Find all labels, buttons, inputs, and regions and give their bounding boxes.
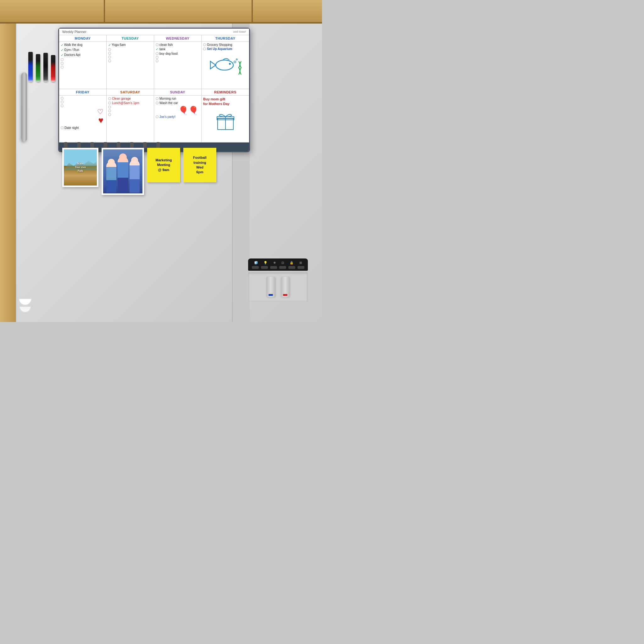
fish-drawing [203, 52, 247, 77]
task-sat-4 [108, 109, 152, 112]
circle-icon [156, 115, 158, 118]
task-label: Gym / Run [64, 48, 79, 52]
disp-icon-5: 🔒 [290, 261, 293, 264]
left-wood-panel [0, 24, 16, 322]
circle-icon [108, 109, 111, 112]
disp-icon-6: ⊞ [299, 261, 302, 264]
marker-red [51, 55, 55, 82]
markers-group [28, 52, 55, 82]
planner-brand: welt tower [233, 30, 246, 33]
day-cell-reminders: REMINDERS Buy mom giftfor Mothers Day [202, 89, 249, 142]
circle-icon [156, 59, 158, 62]
fridge-handle [21, 72, 27, 142]
disp-btn-5[interactable] [288, 266, 295, 269]
day-header-wednesday: WEDNESDAY [154, 35, 201, 42]
task-wed-1: clean fish [156, 43, 200, 47]
shelf-clip-7 [143, 142, 147, 148]
circle-icon [108, 113, 111, 116]
hanging-item-sticky-2: FootballtrainingWed6pm [183, 148, 216, 182]
circle-icon [108, 56, 111, 58]
task-sat-5 [108, 113, 152, 116]
task-label: Set Up Aquarium [207, 47, 232, 51]
disp-btn-2[interactable] [261, 266, 268, 269]
day-cell-sunday: SUNDAY Morning run Wash the car 🎈🎈 Joe's… [154, 89, 202, 142]
hearts-drawing: ♡♥ [61, 108, 105, 125]
photo-card-landscape: MakeYour ownPath [62, 148, 98, 187]
dispenser-icons-row: 🧊 💡 ❄ ⊡ 🔒 ⊞ [251, 261, 305, 264]
dispenser-buttons-row [251, 266, 305, 269]
task-fri-3 [61, 104, 105, 107]
task-monday-4 [61, 58, 105, 61]
disp-btn-6[interactable] [297, 266, 304, 269]
svg-point-0 [216, 60, 233, 70]
disp-btn-3[interactable] [270, 266, 277, 269]
task-thu-1: Grocery Shopping [203, 43, 247, 47]
disp-btn-1[interactable] [252, 266, 259, 269]
svg-point-3 [236, 59, 237, 60]
shelf-clip-5 [117, 142, 120, 148]
marker-green [36, 54, 40, 82]
circle-icon [61, 101, 64, 103]
circle-icon [156, 97, 158, 100]
photo-card-people [102, 148, 144, 195]
marker-blue [28, 52, 33, 82]
task-tuesday-3 [108, 52, 152, 55]
bowls-shelf [17, 298, 33, 313]
task-wed-4 [156, 56, 200, 59]
day-cell-tuesday: TUESDAY ✓ Yoga 6am [107, 35, 154, 89]
hanging-item-people [102, 148, 144, 195]
task-wed-2: ✓ tank [156, 47, 200, 51]
cabinet-top-right [253, 0, 322, 24]
task-label: Lunch@Sam's 1pm [112, 101, 139, 105]
circle-icon [156, 56, 158, 59]
circle-icon [108, 97, 111, 100]
day-body-reminders: Buy mom giftfor Mothers Day [202, 96, 249, 135]
task-sat-1: Clean garage [108, 97, 152, 100]
day-cell-friday: FRIDAY ♡♥ Date night [59, 89, 107, 142]
check-icon: ✓ [61, 53, 64, 57]
day-header-tuesday: TUESDAY [107, 35, 154, 42]
dispenser-handle-red [281, 277, 290, 297]
task-sun-party: Joe's party! [156, 115, 200, 119]
disp-icon-2: 💡 [264, 261, 267, 264]
task-tuesday-4 [108, 56, 152, 58]
check-icon: ✓ [61, 43, 64, 47]
people-photo-bg [103, 149, 142, 193]
day-cell-monday: MONDAY ✓ Walk the dog ✓ Gym / Run ✓ Doct… [59, 35, 107, 89]
task-monday-5 [61, 62, 105, 65]
dispenser-handle-blue [266, 277, 275, 297]
shelf-clip-2 [77, 142, 81, 148]
task-tuesday-1: ✓ Yoga 6am [108, 43, 152, 47]
task-tuesday-5 [108, 59, 152, 62]
task-label: Yoga 6am [112, 43, 126, 47]
sticky-note-football: FootballtrainingWed6pm [183, 148, 216, 182]
circle-icon [61, 58, 64, 61]
circle-icon [61, 104, 64, 107]
disp-btn-4[interactable] [279, 266, 286, 269]
day-header-friday: FRIDAY [59, 89, 106, 96]
dispenser-display: 🧊 💡 ❄ ⊡ 🔒 ⊞ [248, 258, 308, 271]
day-header-saturday: SATURDAY [107, 89, 154, 96]
task-label: Walk the dog [64, 43, 82, 47]
task-label: tank [159, 47, 165, 51]
day-body-monday: ✓ Walk the dog ✓ Gym / Run ✓ Doctors Apt [59, 42, 106, 70]
fish-svg [207, 53, 243, 76]
disp-icon-1: 🧊 [254, 261, 258, 264]
task-fri-1 [61, 97, 105, 100]
task-monday-3: ✓ Doctors Apt [61, 53, 105, 57]
task-label: Morning run [159, 97, 176, 100]
day-header-thursday: THURSDAY [202, 35, 249, 42]
task-label: Joe's party! [159, 115, 175, 119]
task-monday-6 [61, 66, 105, 69]
marker-black [43, 53, 48, 82]
circle-icon [61, 97, 64, 100]
planner-grid-top: MONDAY ✓ Walk the dog ✓ Gym / Run ✓ Doct… [59, 35, 249, 89]
gift-svg [214, 110, 236, 132]
day-cell-saturday: SATURDAY Clean garage Lunch@Sam's 1pm [107, 89, 154, 142]
circle-icon [61, 62, 64, 65]
disp-icon-4: ⊡ [281, 261, 284, 264]
gift-drawing [203, 108, 247, 134]
task-label: Date night [64, 126, 79, 130]
task-monday-1: ✓ Walk the dog [61, 43, 105, 47]
task-wed-5 [156, 59, 200, 62]
